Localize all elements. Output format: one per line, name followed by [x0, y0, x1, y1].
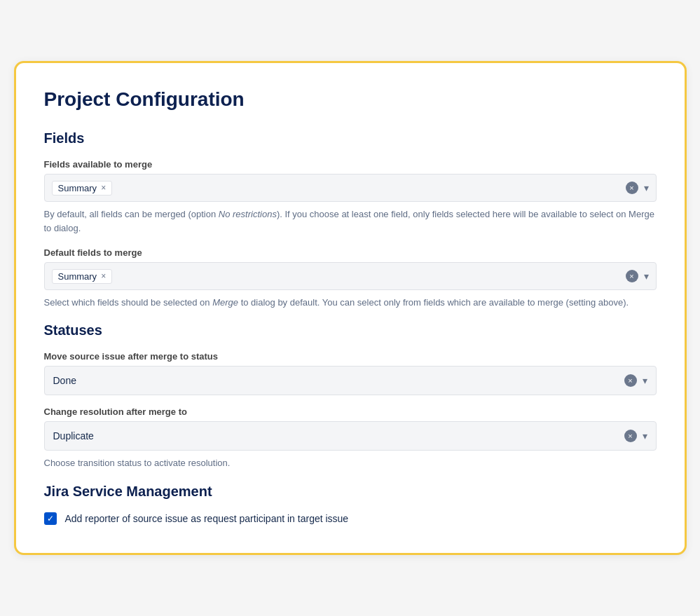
available-fields-label: Fields available to merge — [44, 159, 657, 170]
source-status-label: Move source issue after merge to status — [44, 351, 657, 362]
available-tag-label: Summary — [58, 183, 97, 193]
fields-section: Fields Fields available to merge Summary… — [44, 130, 657, 310]
statuses-section-title: Statuses — [44, 322, 657, 338]
available-fields-select[interactable]: Summary × × ▾ — [44, 174, 657, 202]
source-status-group: Move source issue after merge to status … — [44, 351, 657, 395]
jsm-checkbox-row: ✓ Add reporter of source issue as reques… — [44, 512, 657, 525]
resolution-help: Choose transition status to activate res… — [44, 456, 657, 470]
default-select-controls: × ▾ — [626, 270, 649, 282]
resolution-value: Duplicate — [53, 430, 624, 442]
available-summary-tag: Summary × — [52, 181, 113, 196]
resolution-select[interactable]: Duplicate × ▾ — [44, 421, 657, 451]
default-fields-label: Default fields to merge — [44, 247, 657, 258]
resolution-group: Change resolution after merge to Duplica… — [44, 406, 657, 451]
default-summary-tag: Summary × — [52, 269, 113, 284]
resolution-label: Change resolution after merge to — [44, 406, 657, 417]
default-fields-group: Default fields to merge Summary × × ▾ — [44, 247, 657, 290]
jsm-section: Jira Service Management ✓ Add reporter o… — [44, 484, 657, 525]
source-status-value: Done — [53, 375, 624, 386]
jsm-checkbox-label: Add reporter of source issue as request … — [65, 513, 349, 524]
source-select-chevron-icon[interactable]: ▾ — [643, 375, 647, 386]
fields-section-title: Fields — [44, 130, 657, 146]
resolution-select-clear-button[interactable]: × — [624, 430, 637, 442]
available-fields-help: By default, all fields can be merged (op… — [44, 207, 657, 235]
available-select-controls: × ▾ — [626, 182, 649, 194]
resolution-select-controls: × ▾ — [624, 430, 647, 442]
available-select-clear-button[interactable]: × — [626, 182, 638, 194]
default-tag-remove-button[interactable]: × — [101, 272, 106, 280]
source-select-controls: × ▾ — [624, 374, 647, 387]
available-tag-remove-button[interactable]: × — [101, 184, 106, 192]
project-configuration-card: Project Configuration Fields Fields avai… — [14, 61, 687, 555]
available-no-restrictions-text: No restrictions — [219, 209, 277, 219]
statuses-section: Statuses Move source issue after merge t… — [44, 322, 657, 470]
default-select-chevron-icon[interactable]: ▾ — [644, 271, 649, 282]
default-fields-help: Select which fields should be selected o… — [44, 296, 657, 310]
default-fields-select[interactable]: Summary × × ▾ — [44, 262, 657, 290]
available-fields-group: Fields available to merge Summary × × ▾ — [44, 159, 657, 202]
default-tag-label: Summary — [58, 271, 97, 282]
jsm-checkbox[interactable]: ✓ — [44, 512, 57, 525]
source-select-clear-button[interactable]: × — [624, 374, 637, 387]
page-title: Project Configuration — [44, 88, 657, 111]
available-select-chevron-icon[interactable]: ▾ — [644, 182, 649, 193]
checkmark-icon: ✓ — [47, 514, 54, 523]
resolution-chevron-icon[interactable]: ▾ — [643, 430, 647, 442]
source-status-select[interactable]: Done × ▾ — [44, 366, 657, 395]
default-select-clear-button[interactable]: × — [626, 270, 638, 282]
jsm-section-title: Jira Service Management — [44, 484, 657, 500]
default-merge-text: Merge — [212, 297, 238, 308]
